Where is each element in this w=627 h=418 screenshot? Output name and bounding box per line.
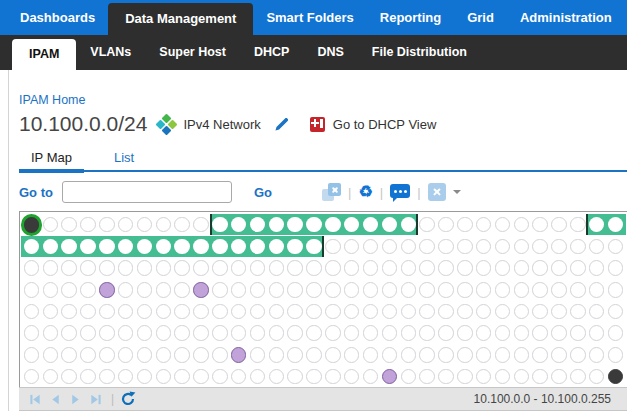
ip-cell-free[interactable] [43,369,59,385]
subnav-item-vlans[interactable]: VLANs [76,35,145,70]
ip-cell-free[interactable] [476,369,492,385]
ip-cell-free[interactable] [80,304,96,320]
ip-cell-free[interactable] [80,282,96,298]
ip-cell-free[interactable] [608,304,624,320]
ip-cell-free[interactable] [514,304,530,320]
ip-cell-free[interactable] [495,347,511,363]
prev-page-button[interactable] [49,393,62,406]
ip-cell-dhcp-range[interactable] [306,239,322,255]
ip-cell-free[interactable] [269,260,285,276]
ip-cell-free[interactable] [344,369,360,385]
ip-cell-free[interactable] [61,325,77,341]
ip-cell-free[interactable] [551,217,567,233]
ip-cell-free[interactable] [80,217,96,233]
ip-cell-free[interactable] [589,239,605,255]
ip-cell-free[interactable] [43,217,59,233]
ip-cell-free[interactable] [269,347,285,363]
subnav-item-file-distribution[interactable]: File Distribution [358,35,481,70]
ip-cell-free[interactable] [231,325,247,341]
ip-cell-free[interactable] [514,282,530,298]
next-page-button[interactable] [69,393,82,406]
tab-ip-map[interactable]: IP Map [19,146,84,170]
ip-cell-free[interactable] [532,217,548,233]
ip-cell-free[interactable] [344,325,360,341]
ip-cell-free[interactable] [156,260,172,276]
ip-cell-free[interactable] [174,347,190,363]
refresh-icon[interactable] [120,391,136,407]
ip-cell-free[interactable] [137,325,153,341]
ip-cell-free[interactable] [118,304,134,320]
ip-cell-free[interactable] [24,260,40,276]
ip-cell-free[interactable] [99,260,115,276]
ip-cell-free[interactable] [118,260,134,276]
ip-cell-free[interactable] [570,282,586,298]
ip-cell-free[interactable] [382,239,398,255]
ip-cell-free[interactable] [231,260,247,276]
ip-cell-free[interactable] [495,325,511,341]
ip-cell-free[interactable] [24,347,40,363]
ip-cell-free[interactable] [118,347,134,363]
ip-cell-free[interactable] [174,260,190,276]
ip-cell-free[interactable] [419,304,435,320]
ip-cell-free[interactable] [382,347,398,363]
ip-cell-free[interactable] [589,282,605,298]
tab-list[interactable]: List [102,146,146,170]
ip-cell-free[interactable] [532,304,548,320]
ip-cell-free[interactable] [363,282,379,298]
ip-cell-free[interactable] [438,260,454,276]
ip-cell-free[interactable] [438,217,454,233]
ip-cell-free[interactable] [457,325,473,341]
ip-cell-free[interactable] [514,347,530,363]
ip-cell-free[interactable] [570,239,586,255]
ip-cell-free[interactable] [287,304,303,320]
ip-cell-free[interactable] [589,260,605,276]
ip-cell-free[interactable] [156,282,172,298]
ip-cell-free[interactable] [80,260,96,276]
ip-cell-free[interactable] [231,282,247,298]
ip-cell-free[interactable] [438,304,454,320]
ip-cell-free[interactable] [551,347,567,363]
ip-cell-dhcp-range[interactable] [61,239,77,255]
ip-cell-free[interactable] [137,369,153,385]
ip-cell-free[interactable] [532,239,548,255]
ip-cell-broadcast-address[interactable] [608,369,624,385]
ip-cell-free[interactable] [363,325,379,341]
ip-cell-free[interactable] [156,304,172,320]
subnav-item-ipam[interactable]: IPAM [12,39,76,70]
ip-cell-free[interactable] [61,217,77,233]
ip-cell-free[interactable] [457,217,473,233]
ip-cell-free[interactable] [231,369,247,385]
ip-cell-free[interactable] [514,239,530,255]
ip-cell-free[interactable] [269,282,285,298]
ip-cell-free[interactable] [608,325,624,341]
ip-cell-dhcp-range[interactable] [306,217,322,233]
ip-cell-free[interactable] [363,369,379,385]
ip-cell-free[interactable] [137,260,153,276]
ip-cell-free[interactable] [401,347,417,363]
ip-cell-free[interactable] [419,239,435,255]
ip-cell-used[interactable] [99,282,115,298]
ip-cell-free[interactable] [174,325,190,341]
ip-cell-free[interactable] [193,304,209,320]
ip-cell-free[interactable] [118,325,134,341]
ip-cell-free[interactable] [287,260,303,276]
ip-cell-free[interactable] [551,369,567,385]
ip-cell-free[interactable] [212,369,228,385]
ip-cell-free[interactable] [24,369,40,385]
ip-cell-free[interactable] [61,347,77,363]
ip-cell-free[interactable] [250,304,266,320]
ip-cell-free[interactable] [61,369,77,385]
ip-cell-free[interactable] [250,282,266,298]
ip-cell-free[interactable] [438,239,454,255]
ip-cell-free[interactable] [382,260,398,276]
first-page-button[interactable] [29,393,42,406]
ip-cell-dhcp-range[interactable] [156,239,172,255]
ip-cell-free[interactable] [589,325,605,341]
ip-cell-free[interactable] [118,369,134,385]
ip-cell-free[interactable] [212,304,228,320]
ip-cell-free[interactable] [99,347,115,363]
ip-cell-free[interactable] [495,260,511,276]
ip-cell-free[interactable] [325,282,341,298]
ip-cell-free[interactable] [306,347,322,363]
ip-cell-dhcp-range[interactable] [99,239,115,255]
